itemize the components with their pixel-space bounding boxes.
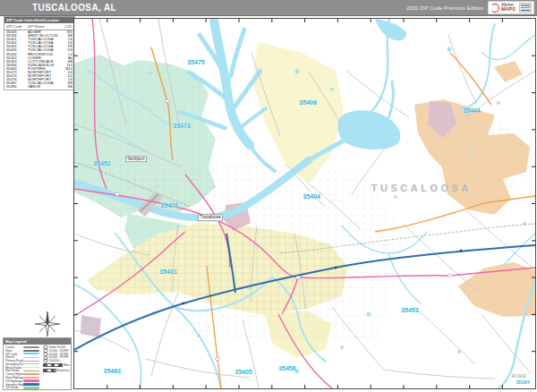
logo-reference-badge	[519, 3, 532, 13]
map-graphic	[74, 19, 535, 388]
map-legend: Map Legend CountyStateZIP CodeStreetsPri…	[3, 337, 72, 390]
zip-index-body: 35006ADGERW135184WEST BLOCTONN835401TUSC…	[4, 30, 74, 89]
edition-label: 2020 ZIP Code Premium Edition	[406, 5, 483, 11]
title-bar: TUSCALOOSA, AL 2020 ZIP Code Premium Edi…	[0, 0, 537, 16]
map-canvas: 3547535473354063544435452354763540435401…	[73, 18, 536, 389]
zip-index-row: 35490VANCEN6	[4, 85, 74, 89]
page-title: TUSCALOOSA, AL	[32, 3, 116, 13]
map-poster: TUSCALOOSA, AL 2020 ZIP Code Premium Edi…	[0, 0, 537, 392]
legend-lines: CountyStateZIP CodeStreetsPrimary RoadsS…	[5, 345, 43, 389]
logo-brand-bottom: MAPS	[501, 7, 516, 13]
scale-bar-kilometers: Kilometers	[43, 369, 70, 372]
legend-entry: Toll Roads	[5, 387, 43, 390]
marketmaps-logo: Market MAPS	[488, 1, 534, 14]
compass-rose-icon	[34, 311, 61, 337]
zip-code-index: ZIP Code Index/Grid Locator ZIP Code ZIP…	[4, 16, 75, 90]
logo-swoosh-icon	[490, 4, 499, 13]
zip-index-header: ZIP Code Index/Grid Locator	[4, 17, 74, 23]
legend-city-sizes: Under 10,00010,000 - 24,99925,000 - 49,9…	[43, 345, 70, 362]
city-size-icon	[44, 359, 47, 362]
scale-bar-miles: Miles	[43, 363, 70, 367]
legend-header: Map Legend	[4, 338, 71, 345]
legend-city-size: 100,000 +	[43, 359, 70, 362]
